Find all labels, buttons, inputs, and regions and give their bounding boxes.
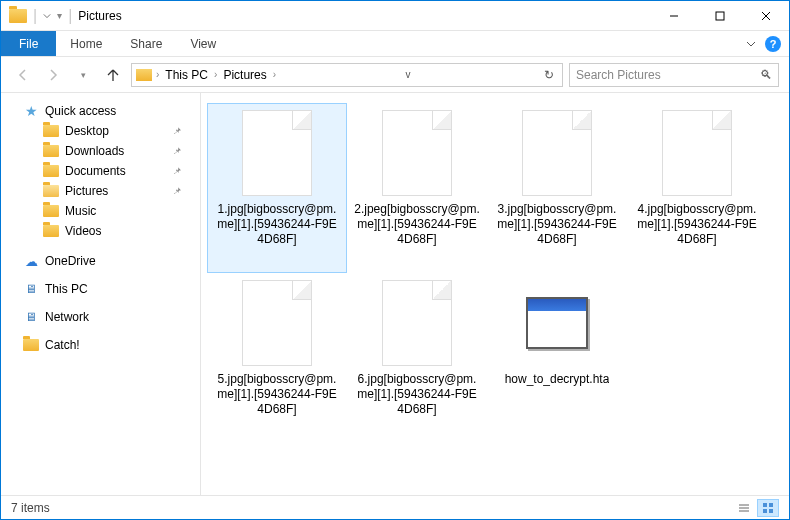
sidebar-quick-access[interactable]: ★ Quick access	[1, 101, 200, 121]
thumbnails-view-button[interactable]	[757, 499, 779, 517]
expand-ribbon-icon[interactable]	[745, 38, 757, 50]
folder-icon	[43, 185, 59, 197]
item-count: 7 items	[11, 501, 50, 515]
minimize-button[interactable]	[651, 1, 697, 31]
recent-dropdown-icon[interactable]: ▾	[71, 63, 95, 87]
folder-icon	[43, 165, 59, 177]
file-item[interactable]: 1.jpg[bigbosscry@pm.me][1].[59436244-F9E…	[207, 103, 347, 273]
sidebar-item-this-pc[interactable]: 🖥︎This PC	[1, 279, 200, 299]
sidebar-item-catch-[interactable]: Catch!	[1, 335, 200, 355]
file-label: 5.jpg[bigbosscry@pm.me][1].[59436244-F9E…	[214, 372, 340, 417]
tab-share[interactable]: Share	[116, 31, 176, 56]
blank-file-icon	[382, 110, 452, 196]
sidebar-item-label: Videos	[65, 224, 101, 238]
breadcrumb-this-pc[interactable]: This PC	[163, 68, 210, 82]
pc-icon: 🖥︎	[23, 309, 39, 325]
svg-rect-1	[716, 12, 724, 20]
close-button[interactable]	[743, 1, 789, 31]
file-item[interactable]: how_to_decrypt.hta	[487, 273, 627, 443]
file-label: 6.jpg[bigbosscry@pm.me][1].[59436244-F9E…	[354, 372, 480, 417]
folder-icon	[9, 9, 27, 23]
hta-file-icon	[522, 280, 592, 366]
main-area: ★ Quick access Desktop📌︎Downloads📌︎Docum…	[1, 93, 789, 495]
blank-file-icon	[662, 110, 732, 196]
file-item[interactable]: 4.jpg[bigbosscry@pm.me][1].[59436244-F9E…	[627, 103, 767, 273]
blank-file-icon	[242, 110, 312, 196]
file-label: how_to_decrypt.hta	[505, 372, 610, 387]
pin-icon: 📌︎	[173, 166, 182, 176]
blank-file-icon	[242, 280, 312, 366]
chevron-right-icon: ›	[214, 69, 217, 80]
sidebar-item-network[interactable]: 🖥︎Network	[1, 307, 200, 327]
sidebar-item-pictures[interactable]: Pictures📌︎	[1, 181, 200, 201]
svg-rect-7	[763, 503, 767, 507]
file-label: 3.jpg[bigbosscry@pm.me][1].[59436244-F9E…	[494, 202, 620, 247]
sidebar-item-label: Network	[45, 310, 89, 324]
folder-icon	[43, 205, 59, 217]
help-icon[interactable]: ?	[765, 36, 781, 52]
quick-access-toolbar: | ▾	[1, 7, 62, 25]
pin-icon: 📌︎	[173, 126, 182, 136]
file-label: 4.jpg[bigbosscry@pm.me][1].[59436244-F9E…	[634, 202, 760, 247]
star-icon: ★	[23, 103, 39, 119]
address-box[interactable]: › This PC › Pictures › v ↻	[131, 63, 563, 87]
sidebar-item-label: Music	[65, 204, 96, 218]
folder-icon	[43, 225, 59, 237]
chevron-right-icon: ›	[273, 69, 276, 80]
cloud-icon: ☁	[23, 253, 39, 269]
sidebar-item-videos[interactable]: Videos	[1, 221, 200, 241]
tab-view[interactable]: View	[176, 31, 230, 56]
ribbon: File Home Share View ?	[1, 31, 789, 57]
navigation-pane: ★ Quick access Desktop📌︎Downloads📌︎Docum…	[1, 93, 201, 495]
sidebar-item-label: Pictures	[65, 184, 108, 198]
pc-icon: 🖥︎	[23, 281, 39, 297]
forward-button[interactable]	[41, 63, 65, 87]
blank-file-icon	[382, 280, 452, 366]
search-input[interactable]: Search Pictures 🔍︎	[569, 63, 779, 87]
sidebar-item-music[interactable]: Music	[1, 201, 200, 221]
maximize-button[interactable]	[697, 1, 743, 31]
sidebar-label: Quick access	[45, 104, 116, 118]
title-separator: |	[62, 7, 78, 25]
pin-icon: 📌︎	[173, 146, 182, 156]
up-button[interactable]	[101, 63, 125, 87]
refresh-icon[interactable]: ↻	[540, 68, 558, 82]
sidebar-item-label: Desktop	[65, 124, 109, 138]
search-icon: 🔍︎	[760, 68, 772, 82]
file-view[interactable]: 1.jpg[bigbosscry@pm.me][1].[59436244-F9E…	[201, 93, 789, 495]
svg-rect-10	[769, 509, 773, 513]
sidebar-item-documents[interactable]: Documents📌︎	[1, 161, 200, 181]
chevron-right-icon: ›	[156, 69, 159, 80]
sidebar-item-label: Documents	[65, 164, 126, 178]
sidebar-item-downloads[interactable]: Downloads📌︎	[1, 141, 200, 161]
sidebar-item-desktop[interactable]: Desktop📌︎	[1, 121, 200, 141]
folder-icon	[23, 339, 39, 351]
window-title: Pictures	[78, 9, 121, 23]
sidebar-item-label: OneDrive	[45, 254, 96, 268]
breadcrumb-pictures[interactable]: Pictures	[221, 68, 268, 82]
status-bar: 7 items	[1, 495, 789, 519]
file-item[interactable]: 6.jpg[bigbosscry@pm.me][1].[59436244-F9E…	[347, 273, 487, 443]
address-folder-icon	[136, 69, 152, 81]
details-view-button[interactable]	[733, 499, 755, 517]
file-label: 1.jpg[bigbosscry@pm.me][1].[59436244-F9E…	[214, 202, 340, 247]
tab-home[interactable]: Home	[56, 31, 116, 56]
folder-icon	[43, 125, 59, 137]
address-dropdown-icon[interactable]: v	[402, 69, 415, 80]
pin-icon: 📌︎	[173, 186, 182, 196]
back-button[interactable]	[11, 63, 35, 87]
file-item[interactable]: 5.jpg[bigbosscry@pm.me][1].[59436244-F9E…	[207, 273, 347, 443]
qat-divider: |	[33, 7, 37, 25]
title-bar: | ▾ | Pictures	[1, 1, 789, 31]
folder-icon	[43, 145, 59, 157]
file-item[interactable]: 2.jpeg[bigbosscry@pm.me][1].[59436244-F9…	[347, 103, 487, 273]
window-controls	[651, 1, 789, 31]
file-item[interactable]: 3.jpg[bigbosscry@pm.me][1].[59436244-F9E…	[487, 103, 627, 273]
svg-rect-9	[763, 509, 767, 513]
sidebar-item-onedrive[interactable]: ☁OneDrive	[1, 251, 200, 271]
sidebar-item-label: Downloads	[65, 144, 124, 158]
svg-rect-8	[769, 503, 773, 507]
file-tab[interactable]: File	[1, 31, 56, 56]
qat-dropdown-icon[interactable]	[43, 12, 51, 20]
sidebar-item-label: Catch!	[45, 338, 80, 352]
